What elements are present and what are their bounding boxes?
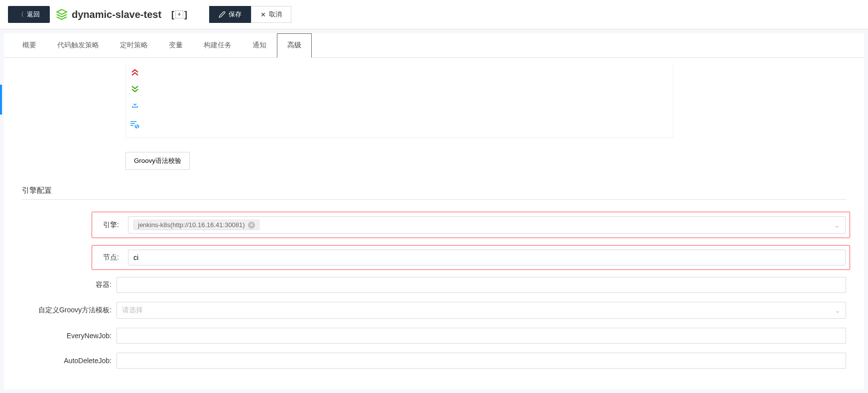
groovy-template-label: 自定义Groovy方法模板:: [22, 306, 117, 315]
save-button[interactable]: 保存: [209, 6, 251, 23]
action-buttons: 保存 ✕ 取消: [209, 6, 291, 23]
close-icon: ✕: [260, 11, 266, 18]
engine-tag-remove[interactable]: ✕: [248, 222, 255, 229]
tab-build[interactable]: 构建任务: [193, 33, 242, 57]
chevron-down-icon: ⌄: [834, 221, 840, 229]
page-header: 〈 返回 dynamic-slave-test [ + ] 保存 ✕ 取消: [0, 0, 868, 29]
engine-label: 引擎:: [96, 221, 124, 230]
engine-select[interactable]: jenkins-k8s(http://10.16.16.41:30081) ✕ …: [128, 216, 846, 234]
every-new-job-row: EveryNewJob:: [22, 328, 846, 344]
back-button[interactable]: 〈 返回: [8, 6, 50, 23]
node-row: 节点:: [92, 245, 850, 270]
container-label: 容器:: [22, 280, 117, 289]
title-section: dynamic-slave-test: [56, 8, 161, 20]
auto-delete-job-label: AutoDeleteJob:: [22, 357, 117, 365]
tab-schedule[interactable]: 定时策略: [110, 33, 158, 57]
groovy-template-select[interactable]: 请选择 ⌄: [117, 302, 846, 319]
node-input[interactable]: [128, 250, 846, 265]
node-label: 节点:: [96, 253, 124, 262]
layers-icon: [56, 8, 68, 20]
tab-overview[interactable]: 概要: [12, 33, 47, 57]
tab-variables[interactable]: 变量: [158, 33, 193, 57]
download-icon[interactable]: [130, 100, 140, 110]
groovy-template-placeholder: 请选择: [122, 306, 143, 315]
content-panel: Groovy语法校验 引擎配置 引擎: jenkins-k8s(http://1…: [4, 58, 864, 390]
expand-down-icon[interactable]: [130, 84, 140, 94]
chevron-down-icon: ⌄: [835, 306, 841, 314]
cancel-label: 取消: [269, 10, 282, 19]
engine-tag-text: jenkins-k8s(http://10.16.16.41:30081): [138, 221, 245, 229]
back-label: 返回: [27, 10, 40, 19]
tab-trigger[interactable]: 代码触发策略: [47, 33, 110, 57]
code-format-icon[interactable]: [130, 120, 140, 130]
auto-delete-job-input[interactable]: [117, 353, 846, 369]
tabs: 概要 代码触发策略 定时策略 变量 构建任务 通知 高级: [4, 33, 864, 58]
every-new-job-label: EveryNewJob:: [22, 332, 117, 340]
page-title: dynamic-slave-test: [72, 9, 161, 20]
svg-marker-0: [57, 9, 67, 14]
pencil-icon: [219, 11, 226, 18]
tab-advanced[interactable]: 高级: [277, 33, 312, 58]
tab-notify[interactable]: 通知: [242, 33, 277, 57]
container-input[interactable]: [117, 277, 846, 293]
plus-icon: +: [175, 10, 183, 18]
chevron-left-icon: 〈: [18, 10, 24, 19]
container-row: 容器:: [22, 277, 846, 293]
collapse-up-icon[interactable]: [130, 68, 140, 78]
groovy-template-row: 自定义Groovy方法模板: 请选择 ⌄: [22, 302, 846, 319]
auto-delete-job-row: AutoDeleteJob:: [22, 353, 846, 369]
editor-toolbar: [125, 64, 673, 138]
every-new-job-input[interactable]: [117, 328, 846, 344]
sidebar-indicator: [0, 85, 2, 115]
add-bracket-button[interactable]: [ + ]: [167, 8, 191, 21]
cancel-button[interactable]: ✕ 取消: [251, 6, 291, 23]
section-divider: [22, 199, 846, 200]
engine-section-title: 引擎配置: [22, 186, 864, 195]
engine-row: 引擎: jenkins-k8s(http://10.16.16.41:30081…: [92, 212, 850, 238]
engine-tag: jenkins-k8s(http://10.16.16.41:30081) ✕: [133, 220, 259, 230]
groovy-validate-button[interactable]: Groovy语法校验: [125, 152, 190, 170]
save-label: 保存: [229, 10, 242, 19]
